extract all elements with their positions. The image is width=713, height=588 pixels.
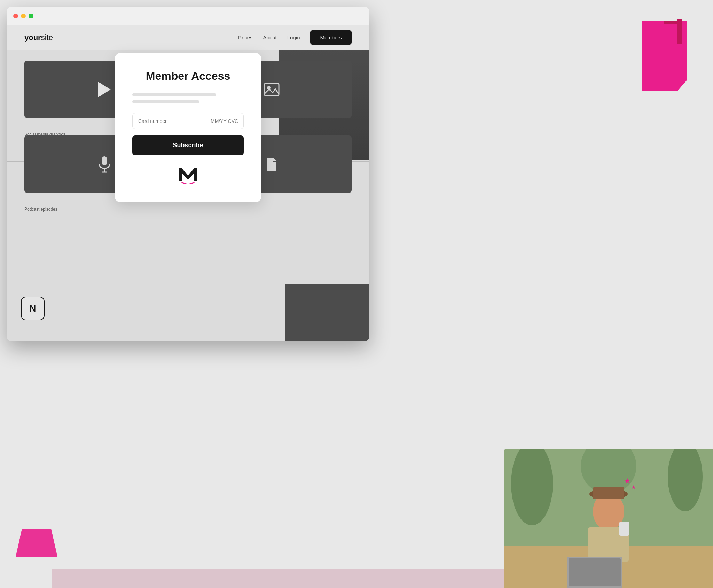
modal-overlay: Member Access Subscribe <box>7 25 369 341</box>
browser-window: yoursite Prices About Login Members <box>7 7 369 341</box>
browser-content: yoursite Prices About Login Members <box>7 25 369 341</box>
modal-title: Member Access <box>132 70 244 83</box>
browser-titlebar <box>7 7 369 25</box>
card-input-group[interactable] <box>132 113 244 129</box>
card-expiry-input[interactable] <box>205 113 244 129</box>
ms-logo-mark <box>176 165 200 186</box>
website: yoursite Prices About Login Members <box>7 25 369 341</box>
ms-logo-svg <box>176 165 200 184</box>
svg-rect-7 <box>593 487 624 499</box>
memberstack-logo <box>132 165 244 186</box>
modal-text-placeholder <box>132 93 244 103</box>
modal-placeholder-line-1 <box>132 93 216 96</box>
traffic-light-yellow[interactable] <box>21 14 26 18</box>
modal-placeholder-line-2 <box>132 100 199 103</box>
svg-rect-10 <box>569 558 621 586</box>
star-decoration-1: ★ <box>624 477 630 485</box>
svg-rect-11 <box>619 522 629 536</box>
traffic-light-red[interactable] <box>13 14 18 18</box>
member-access-modal: Member Access Subscribe <box>115 53 261 202</box>
card-number-input[interactable] <box>133 113 205 129</box>
subscribe-button[interactable]: Subscribe <box>132 135 244 155</box>
traffic-light-green[interactable] <box>29 14 33 18</box>
memberstack-brand <box>176 165 200 186</box>
star-decoration-2: ★ <box>631 484 636 491</box>
